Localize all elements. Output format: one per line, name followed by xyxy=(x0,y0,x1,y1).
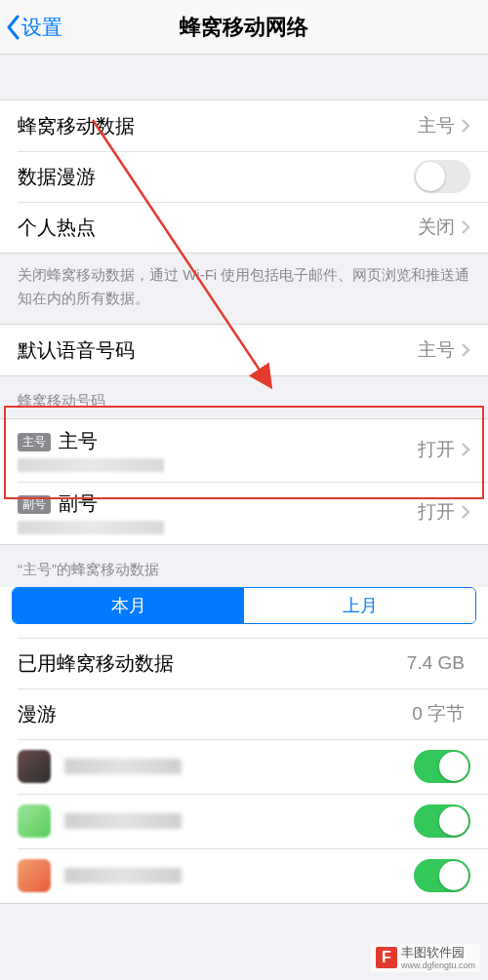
app-name-redacted xyxy=(64,813,182,829)
app-usage-row[interactable] xyxy=(0,848,488,903)
app-icon xyxy=(18,859,51,892)
sim-status: 打开 xyxy=(418,437,455,462)
data-roaming-label: 数据漫游 xyxy=(18,164,414,190)
chevron-right-icon xyxy=(461,219,470,235)
watermark-url: www.dgfengtu.com xyxy=(401,960,475,970)
usage-roaming-label: 漫游 xyxy=(18,701,412,727)
watermark-name: 丰图软件园 xyxy=(401,945,465,960)
cellular-footer-note: 关闭蜂窝移动数据，通过 Wi-Fi 使用包括电子邮件、网页浏览和推送通知在内的所… xyxy=(0,254,488,324)
watermark-logo: F xyxy=(376,947,397,968)
usage-total-label: 已用蜂窝移动数据 xyxy=(18,650,407,677)
app-usage-row[interactable] xyxy=(0,739,488,794)
sim-tag: 主号 xyxy=(18,433,51,451)
hotspot-row[interactable]: 个人热点 关闭 xyxy=(0,202,488,253)
sim-section-header: 蜂窝移动号码 xyxy=(0,376,488,418)
usage-roaming-row: 漫游 0 字节 xyxy=(0,688,488,739)
sim-status: 打开 xyxy=(418,499,455,525)
hotspot-value: 关闭 xyxy=(418,215,455,240)
tab-current-month[interactable]: 本月 xyxy=(13,588,244,623)
chevron-right-icon xyxy=(461,442,470,457)
page-title: 蜂窝移动网络 xyxy=(0,13,488,42)
sim-number-redacted xyxy=(18,521,164,534)
hotspot-label: 个人热点 xyxy=(18,215,418,241)
app-icon xyxy=(18,804,51,838)
watermark: F 丰图软件园 www.dgfengtu.com xyxy=(371,944,480,972)
cellular-data-value: 主号 xyxy=(418,113,455,138)
sim-tag: 副号 xyxy=(18,495,51,514)
data-roaming-row[interactable]: 数据漫游 xyxy=(0,151,488,202)
chevron-right-icon xyxy=(461,504,470,520)
back-label: 设置 xyxy=(21,14,62,41)
chevron-right-icon xyxy=(461,342,470,358)
default-voice-value: 主号 xyxy=(418,337,455,363)
chevron-left-icon xyxy=(6,15,21,40)
sim-secondary-row[interactable]: 副号 副号 打开 xyxy=(0,482,488,544)
usage-section-header: “主号”的蜂窝移动数据 xyxy=(0,545,488,587)
sim-name: 主号 xyxy=(59,430,98,451)
chevron-right-icon xyxy=(461,118,470,134)
sim-primary-row[interactable]: 主号 主号 打开 xyxy=(0,419,488,482)
app-usage-row[interactable] xyxy=(0,794,488,848)
usage-period-segmented[interactable]: 本月 上月 xyxy=(12,587,476,624)
default-voice-label: 默认语音号码 xyxy=(18,337,418,364)
app-cellular-toggle[interactable] xyxy=(414,750,470,783)
sim-number-redacted xyxy=(18,458,164,472)
tab-previous-month[interactable]: 上月 xyxy=(244,588,475,623)
usage-roaming-value: 0 字节 xyxy=(412,701,465,726)
app-icon xyxy=(18,750,51,783)
app-name-redacted xyxy=(64,868,182,883)
app-name-redacted xyxy=(64,759,182,774)
cellular-data-label: 蜂窝移动数据 xyxy=(18,113,418,139)
app-cellular-toggle[interactable] xyxy=(414,859,470,892)
data-roaming-toggle[interactable] xyxy=(414,160,470,193)
default-voice-row[interactable]: 默认语音号码 主号 xyxy=(0,325,488,375)
cellular-data-row[interactable]: 蜂窝移动数据 主号 xyxy=(0,100,488,151)
usage-total-value: 7.4 GB xyxy=(407,652,465,674)
sim-name: 副号 xyxy=(59,492,98,514)
app-cellular-toggle[interactable] xyxy=(414,804,470,838)
back-button[interactable]: 设置 xyxy=(0,14,62,41)
usage-total-row: 已用蜂窝移动数据 7.4 GB xyxy=(0,638,488,688)
